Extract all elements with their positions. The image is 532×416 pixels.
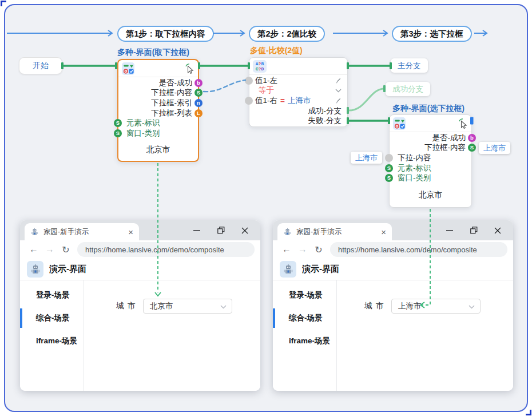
port-list[interactable]: L [194,109,203,117]
input-port[interactable] [245,97,253,105]
node1-row-window: S窗口-类别 [118,128,198,138]
port-string[interactable]: S [385,174,393,182]
page-header: 演示-界面 [20,259,260,280]
address-bar[interactable]: https://home.lansive.com/demo/composite [330,242,507,257]
input-port[interactable] [385,154,393,162]
val1-left-label: 值1-左 [255,76,277,86]
port-string[interactable]: S [468,144,476,152]
flow-canvas: 第1步：取下拉框内容 第2步：2值比较 第3步：选下拉框 开始 多种-界面(取下… [0,0,532,416]
forward-icon[interactable]: → [42,244,58,255]
chevron-down-icon [335,89,342,93]
close-button[interactable] [486,220,510,240]
url-text: https://home.lansive.com/demo/composite [338,245,477,254]
sidebar-item-label: iframe-场景 [289,336,330,346]
port-bool[interactable]: b [194,79,203,87]
output-label: 是否-成功 [432,133,466,143]
city-label: 城 市 [116,301,136,311]
success-branch-box[interactable]: 成功分支 [386,82,430,96]
port-bool[interactable]: b [468,134,476,142]
node3-input-tag: 上海市 [351,152,382,164]
reload-icon[interactable]: ↻ [58,244,74,255]
sidebar-item-label: iframe-场景 [36,336,77,346]
sidebar-item-login[interactable]: 登录-场景 [273,284,336,307]
cursor-click-icon [458,118,468,129]
node1-header [118,60,198,77]
browser-window-2[interactable]: 家园-新手演示 × ← → ↻ https://home.lansive.com… [273,220,513,391]
sidebar-item-iframe[interactable]: iframe-场景 [20,330,84,352]
address-bar[interactable]: https://home.lansive.com/demo/composite [77,242,255,257]
input-port[interactable] [245,77,253,85]
port-number[interactable]: n [194,99,203,107]
input-label: 元素-标识 [398,163,431,173]
forward-icon[interactable]: → [295,244,311,255]
node1-row-list: 下拉框-列表L [118,108,198,118]
cursor-click-icon [185,64,194,74]
output-label: 下拉框-索引 [151,98,192,108]
port-string[interactable]: S [114,129,122,137]
input-label: 窗口-类别 [398,173,431,183]
node3-select-dropdown[interactable]: 是否-成功b 下拉框-内容S 下拉-内容 S元素-标识 S窗口-类别 北京市 上… [389,114,472,208]
sidebar-item-composite[interactable]: 综合-场景 [273,307,336,330]
browser-window-1[interactable]: 家园-新手演示 × ← → ↻ https://home.lansive.com… [20,220,260,391]
sidebar-item-label: 综合-场景 [289,313,323,323]
node2-row-val1-right: 值1-右 = 上海市 [249,96,347,106]
step-1-label: 第1步：取下拉框内容 [126,29,205,39]
node2-row-success-branch[interactable]: 成功-分支 [249,106,347,116]
page-title: 演示-界面 [49,264,86,275]
compare-icon-letter: B [261,61,264,66]
node3-row-element: S元素-标识 [390,163,471,173]
sidebar-item-label: 综合-场景 [36,313,70,323]
node3-row-input: 下拉-内容 [390,153,471,163]
page-body: 登录-场景 综合-场景 iframe-场景 城 市 上海市 [273,280,513,391]
node2-compare[interactable]: A?B C?D 值1-左 等于 值1-右 = 上海市 成功-分支 失败- [249,57,348,127]
maximize-button[interactable] [462,220,486,240]
node3-row-content: 下拉框-内容S [390,143,471,153]
port-string[interactable]: S [114,119,122,127]
tab-title: 家园-新手演示 [43,227,89,237]
close-button[interactable] [233,220,257,240]
node1-row-success: 是否-成功b [118,78,198,88]
port-string[interactable]: S [194,89,203,97]
edit-pencil-icon[interactable] [335,97,342,104]
node3-header [390,115,471,132]
node1-row-index: 下拉框-索引n [118,98,198,108]
city-select[interactable]: 北京市 [143,299,232,314]
port-string[interactable]: S [385,164,393,172]
output-label: 下拉框-列表 [151,108,192,118]
city-row: 城 市 上海市 [337,299,513,314]
input-label: 窗口-类别 [126,128,160,138]
city-select[interactable]: 上海市 [391,299,481,314]
step-1-pill[interactable]: 第1步：取下拉框内容 [117,26,214,42]
robot-app-icon [27,261,43,278]
robot-app-icon [280,261,296,278]
step-2-label: 第2步：2值比较 [257,29,316,39]
chevron-down-icon [220,305,227,309]
node2-row-fail-branch[interactable]: 失败-分支 [249,116,347,126]
sidebar-item-iframe[interactable]: iframe-场景 [273,330,336,352]
edit-pencil-icon[interactable] [335,77,342,84]
main-branch-label: 主分支 [398,61,421,71]
sidebar-item-composite[interactable]: 综合-场景 [20,307,84,330]
reload-icon[interactable]: ↻ [311,244,327,255]
sidebar-item-login[interactable]: 登录-场景 [20,284,84,307]
node2-row-operator[interactable]: 等于 [249,86,347,96]
node2-row-val1-left: 值1-左 [249,76,347,86]
start-node[interactable]: 开始 [19,57,62,74]
url-text: https://home.lansive.com/demo/composite [85,245,224,254]
back-icon[interactable]: ← [279,244,295,255]
tab-close-icon[interactable]: × [128,228,133,236]
node1-get-dropdown[interactable]: 是否-成功b 下拉框-内容S 下拉框-索引n 下拉框-列表L S元素-标识 S窗… [117,59,199,162]
browser-tab[interactable]: 家园-新手演示 × [277,223,392,240]
step-3-pill[interactable]: 第3步：选下拉框 [392,26,472,42]
tab-close-icon[interactable]: × [381,228,386,236]
main-branch-box[interactable]: 主分支 [391,58,428,73]
back-icon[interactable]: ← [26,244,42,255]
fail-branch-label: 失败-分支 [308,116,342,126]
node1-title: 多种-界面(取下拉框) [117,47,189,58]
page-title: 演示-界面 [302,264,339,275]
minimize-button[interactable] [185,220,209,240]
minimize-button[interactable] [438,220,462,240]
browser-tab[interactable]: 家园-新手演示 × [25,223,139,240]
step-2-pill[interactable]: 第2步：2值比较 [249,26,325,42]
maximize-button[interactable] [209,220,233,240]
